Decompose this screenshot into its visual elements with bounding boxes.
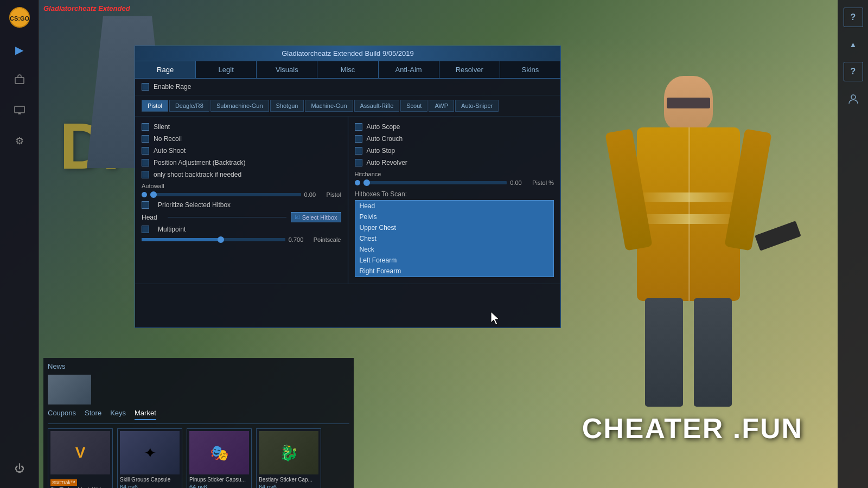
no-recoil-checkbox[interactable] — [142, 135, 149, 143]
store-item-img-3: 🎭 — [189, 431, 249, 474]
csgo-logo[interactable]: CS:GO — [7, 4, 33, 30]
power-icon: ⏻ — [15, 463, 24, 474]
hitbox-head[interactable]: Head — [355, 201, 554, 211]
only-shoot-row: only shoot backtrack if needed — [142, 171, 341, 178]
no-recoil-label: No Recoil — [154, 135, 182, 143]
panel-title: Gladiatorcheatz Extended Build 9/05/2019 — [135, 46, 560, 61]
prioritize-checkbox[interactable] — [142, 201, 149, 209]
hitchance-track[interactable] — [363, 181, 507, 184]
hitbox-upper-chest[interactable]: Upper Chest — [355, 222, 554, 233]
auto-shoot-checkbox[interactable] — [142, 147, 149, 155]
auto-scope-row: Auto Scope — [355, 123, 554, 131]
char-body — [637, 127, 740, 301]
right-up-button[interactable]: ▲ — [843, 34, 864, 55]
store-item-img-2: ✦ — [120, 431, 180, 474]
sidebar-item-inventory[interactable] — [7, 67, 33, 93]
head-divider — [168, 217, 286, 217]
silent-label: Silent — [154, 123, 170, 131]
store-item-name-3: Pinups Sticker Capsu... — [189, 477, 249, 483]
enable-rage-checkbox[interactable] — [142, 83, 149, 91]
hitbox-left-forearm[interactable]: Left Forearm — [355, 255, 554, 266]
tab-skins[interactable]: Skins — [500, 61, 560, 78]
char-head — [664, 76, 713, 130]
multipoint-row: Multipoint — [142, 226, 341, 233]
stattrak-icon: V — [75, 444, 86, 461]
silent-checkbox[interactable] — [142, 123, 149, 131]
store-tab-keys[interactable]: Keys — [110, 409, 126, 420]
weapon-tab-awp[interactable]: AWP — [429, 100, 454, 112]
right-user-button[interactable] — [843, 88, 864, 110]
sidebar-item-tv[interactable] — [7, 98, 33, 124]
tab-rage[interactable]: Rage — [135, 61, 196, 78]
store-tab-market[interactable]: Market — [135, 409, 156, 420]
cheat-panel: Gladiatorcheatz Extended Build 9/05/2019… — [135, 46, 561, 328]
auto-revolver-row: Auto Revolver — [355, 159, 554, 166]
store-tabs: Coupons Store Keys Market — [48, 409, 349, 424]
autowall-track[interactable] — [150, 193, 301, 196]
store-tab-store[interactable]: Store — [85, 409, 101, 420]
position-adj-row: Position Adjustment (Backtrack) — [142, 159, 341, 166]
char-strip-2 — [637, 214, 740, 224]
tab-visuals[interactable]: Visuals — [257, 61, 317, 78]
store-item-pinups[interactable]: 🎭 Pinups Sticker Capsu... 64 ру6 — [187, 428, 252, 488]
auto-scope-checkbox[interactable] — [355, 123, 362, 131]
news-section: News Coupons Store Keys Market V StatTra… — [43, 358, 354, 488]
autowall-unit: Pistol — [327, 191, 341, 198]
tab-misc[interactable]: Misc — [317, 61, 378, 78]
inventory-icon — [14, 73, 25, 88]
store-item-img-4: 🐉 — [259, 431, 318, 474]
only-shoot-checkbox[interactable] — [142, 171, 149, 178]
pointscale-track[interactable] — [142, 238, 285, 241]
right-info-button[interactable]: ? — [844, 62, 863, 81]
store-item-stattrak[interactable]: V StatTrak™ StatTrak™ MusicKit | ... 515… — [48, 428, 113, 488]
weapon-tab-smg[interactable]: Submachine-Gun — [210, 100, 269, 112]
tab-anti-aim[interactable]: Anti-Aim — [379, 61, 439, 78]
hitbox-pelvis[interactable]: Pelvis — [355, 211, 554, 222]
weapon-tab-machine-gun[interactable]: Machine-Gun — [305, 100, 353, 112]
hitbox-neck[interactable]: Neck — [355, 244, 554, 255]
hitboxes-multiselect[interactable]: Head Pelvis Upper Chest Chest Neck Left … — [355, 200, 554, 277]
multipoint-checkbox[interactable] — [142, 226, 149, 233]
news-item-1 — [48, 375, 349, 404]
tv-icon — [14, 104, 25, 118]
multipoint-label: Multipoint — [158, 226, 186, 233]
store-item-bestiary[interactable]: 🐉 Bestiary Sticker Cap... 64 ру6 — [256, 428, 321, 488]
nav-tabs: Rage Legit Visuals Misc Anti-Aim Resolve… — [135, 61, 560, 79]
hitchance-thumb[interactable] — [363, 179, 370, 186]
position-adj-checkbox[interactable] — [142, 159, 149, 166]
auto-crouch-row: Auto Crouch — [355, 135, 554, 143]
right-help-button[interactable]: ? — [844, 8, 863, 27]
only-shoot-label: only shoot backtrack if needed — [154, 171, 241, 178]
left-section: Silent No Recoil Auto Shoot Position Adj… — [135, 117, 348, 284]
store-item-skill-groups[interactable]: ✦ Skill Groups Capsule 64 ру6 — [117, 428, 182, 488]
hitbox-chest[interactable]: Chest — [355, 233, 554, 244]
svg-rect-3 — [15, 106, 24, 113]
cheater-fun-text: CHEATER .FUN — [582, 412, 803, 445]
autowall-thumb[interactable] — [150, 191, 157, 198]
auto-stop-checkbox[interactable] — [355, 147, 362, 155]
auto-crouch-checkbox[interactable] — [355, 135, 362, 143]
weapon-tab-auto-sniper[interactable]: Auto-Sniper — [455, 100, 499, 112]
store-tab-coupons[interactable]: Coupons — [48, 409, 76, 420]
select-hitbox-button[interactable]: ☑ Select Hitbox — [291, 212, 341, 222]
stattrak-badge: StatTrak™ — [50, 479, 77, 486]
tab-legit[interactable]: Legit — [196, 61, 257, 78]
sidebar-item-settings[interactable]: ⚙ — [7, 128, 33, 154]
weapon-tab-shotgun[interactable]: Shotgun — [270, 100, 304, 112]
weapon-tab-deagle[interactable]: Deagle/R8 — [169, 100, 209, 112]
bottom-panel — [135, 284, 560, 328]
weapon-tab-assault-rifle[interactable]: Assault-Rifle — [354, 100, 400, 112]
silent-row: Silent — [142, 123, 341, 131]
hitchance-section: Hitchance 0.00 Pistol % — [355, 171, 554, 186]
hitbox-right-forearm[interactable]: Right Forearm — [355, 266, 554, 277]
sidebar-item-play[interactable]: ▶ — [7, 37, 33, 63]
pointscale-thumb[interactable] — [218, 236, 224, 243]
weapon-tab-scout[interactable]: Scout — [400, 100, 427, 112]
char-strip-1 — [637, 192, 740, 202]
auto-revolver-checkbox[interactable] — [355, 159, 362, 166]
app-branding: Gladiatorcheatz Extended — [43, 4, 130, 12]
sidebar-item-power[interactable]: ⏻ — [7, 455, 33, 481]
weapon-tab-pistol[interactable]: Pistol — [142, 100, 168, 112]
tab-resolver[interactable]: Resolver — [439, 61, 500, 78]
hitboxes-label: Hitboxes To Scan: — [355, 190, 554, 198]
